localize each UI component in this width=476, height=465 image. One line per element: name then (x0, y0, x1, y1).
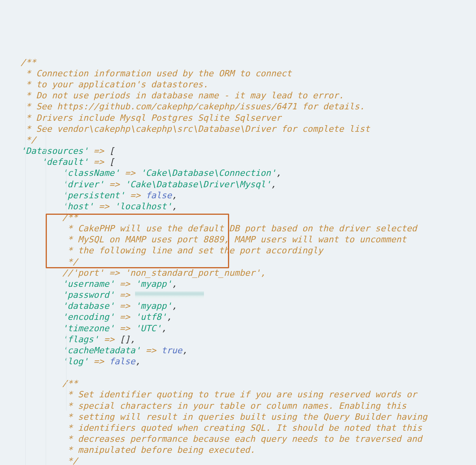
arrow-op: => (93, 146, 104, 156)
commented-code: //'port' => 'non_standard_port_number', (62, 268, 266, 278)
bracket: [ (109, 146, 114, 156)
indent-guide (46, 114, 46, 465)
config-value: false (109, 356, 135, 366)
arrow-op: => (125, 168, 135, 178)
comma: , (130, 334, 135, 344)
comma: , (167, 312, 172, 322)
config-key: 'driver' (62, 179, 104, 189)
arrow-op: => (146, 345, 156, 355)
config-value: false (146, 190, 172, 200)
arrow-op: => (120, 279, 130, 289)
comment-line: */ (62, 456, 78, 465)
arrow-op: => (120, 323, 130, 333)
comma: , (135, 356, 140, 366)
config-key: 'persistent' (62, 190, 125, 200)
config-key-password: 'password' (62, 290, 114, 300)
config-value: 'myapp' (135, 301, 172, 311)
arrow-op: => (93, 157, 104, 167)
config-key: 'className' (62, 168, 120, 178)
comment-line: */ (20, 135, 36, 145)
comment-line: * Connection information used by the ORM… (20, 68, 292, 78)
config-key: 'host' (62, 201, 93, 211)
arrow-op: => (120, 312, 130, 322)
comma: , (161, 323, 167, 333)
config-value: 'utf8' (135, 312, 166, 322)
comment-line: /** (62, 212, 78, 222)
comment-line: * See vendor\cakephp\cakephp\src\Databas… (20, 124, 370, 134)
config-key: 'default' (41, 157, 88, 167)
indent-guide (25, 103, 26, 465)
config-key: 'flags' (62, 334, 99, 344)
comma: , (182, 345, 187, 355)
config-value: 'Cake\Database\Driver\Mysql' (125, 179, 271, 189)
config-key-username: 'username' (62, 279, 114, 289)
arrow-op: => (99, 201, 109, 211)
arrow-op: => (109, 179, 120, 189)
comma: , (271, 179, 276, 189)
comma: , (276, 168, 281, 178)
comment-line: /** (20, 57, 36, 67)
comment-line: * CakePHP will use the default DB port b… (62, 223, 417, 233)
comma: , (172, 190, 177, 200)
config-value: 'myapp' (135, 279, 172, 289)
bracket: [ (109, 157, 114, 167)
comment-line: * Drivers include Mysql Postgres Sqlite … (20, 113, 281, 123)
config-value: 'Cake\Database\Connection' (141, 168, 276, 178)
config-key: 'encoding' (62, 312, 114, 322)
comment-line: * See https://github.com/cakephp/cakephp… (20, 101, 365, 111)
comment-line: /** (62, 378, 78, 388)
comment-line: * MySQL on MAMP uses port 8889, MAMP use… (62, 234, 406, 244)
arrow-op: => (104, 334, 115, 344)
config-key-database: 'database' (62, 301, 114, 311)
redacted-value (135, 292, 204, 298)
config-key: 'cacheMetadata' (62, 345, 141, 355)
indent-guide (66, 334, 67, 411)
comment-line: * Set identifier quoting to true if you … (62, 389, 417, 399)
comment-line: * Do not use periods in database name - … (20, 90, 344, 100)
config-value: 'localhost' (114, 201, 172, 211)
comment-line: * manipulated before being executed. (62, 445, 255, 455)
comment-line: * to your application's datastores. (20, 79, 208, 89)
code-block: /** * Connection information used by the… (0, 0, 476, 465)
comment-line: * identifiers quoted when creating SQL. … (62, 423, 422, 433)
comment-line: * the following line and set the port ac… (62, 245, 323, 255)
arrow-op: => (120, 301, 130, 311)
empty-array: [] (120, 334, 130, 344)
config-key: 'timezone' (62, 323, 114, 333)
config-key: 'Datasources' (20, 146, 88, 156)
comment-line: */ (62, 257, 78, 267)
indent-guide (66, 170, 67, 215)
config-value: 'UTC' (135, 323, 161, 333)
config-value: true (161, 345, 182, 355)
comment-line: * special characters in your table or co… (62, 401, 406, 411)
comma: , (172, 201, 177, 211)
comment-line: * setting will result in queries built u… (62, 412, 427, 422)
comment-line: * decreases performance because each que… (62, 434, 422, 444)
arrow-op: => (93, 356, 104, 366)
comma: , (172, 279, 177, 289)
comma: , (172, 301, 177, 311)
arrow-op: => (120, 290, 130, 300)
arrow-op: => (130, 190, 141, 200)
